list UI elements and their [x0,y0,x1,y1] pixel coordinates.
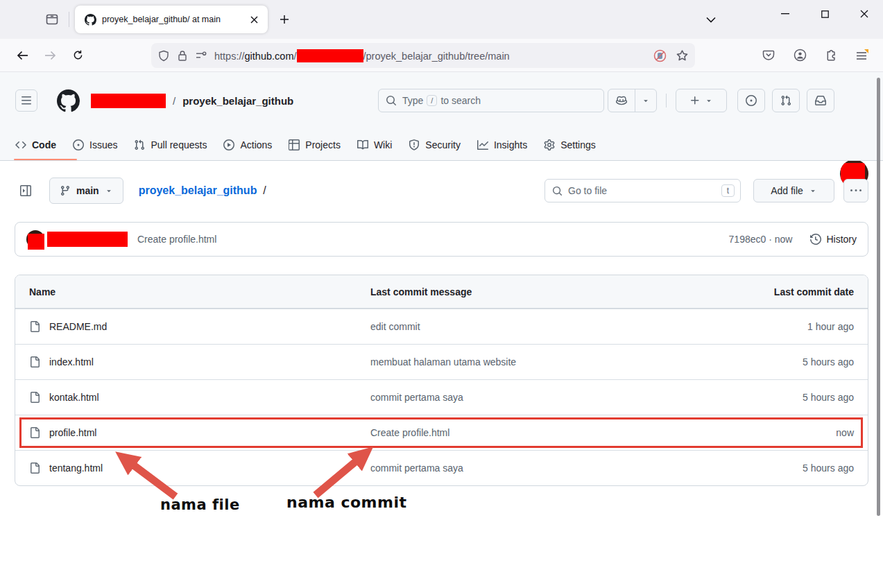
history-icon [810,234,821,245]
global-search-input[interactable]: Type / to search [378,89,604,112]
tab-insights[interactable]: Insights [470,135,534,155]
window-minimize-button[interactable] [769,0,801,28]
repo-subheader: main proyek_belajar_github / Go to file … [15,178,868,204]
commit-message-cell: edit commit [370,321,743,332]
issues-header-icon[interactable] [737,89,765,112]
expand-file-tree-icon[interactable] [15,180,37,202]
commit-date-cell: 5 hours ago [743,462,854,474]
file-table: Name Last commit message Last commit dat… [15,275,868,486]
latest-commit-bar[interactable]: Create profile.html 7198ec0 · now Histor… [15,222,868,257]
add-file-button[interactable]: Add file [753,179,834,202]
commit-message-cell: membuat halaman utama website [370,356,743,368]
file-name-link: tentang.html [49,462,103,474]
code-icon [15,139,26,150]
github-page: / proyek_belajar_github Type / to search [0,72,883,588]
create-new-button[interactable] [676,89,727,112]
gear-icon [544,139,555,150]
commit-date-cell: 1 hour ago [743,321,854,332]
git-branch-icon [60,185,71,196]
window-close-button[interactable] [848,0,880,28]
forward-icon[interactable] [39,44,61,67]
url-username-redaction [297,49,363,62]
page-scrollbar[interactable] [877,78,880,516]
commit-sha-and-time[interactable]: 7198ec0 · now [729,234,793,245]
commit-message-link[interactable]: Create profile.html [137,234,729,245]
github-logo-icon[interactable] [57,89,80,112]
table-row-profile[interactable]: profile.html Create profile.html now [15,415,868,450]
inbox-icon[interactable] [807,89,834,112]
history-link[interactable]: History [810,234,857,245]
file-name-link: kontak.html [49,392,99,403]
play-icon [223,139,234,150]
commit-author-redaction [47,232,128,247]
tab-separator [69,12,69,27]
col-header-name: Name [29,286,370,297]
t-keycap: t [721,184,735,197]
commit-author-avatar[interactable] [26,230,44,248]
copilot-button[interactable] [608,89,657,112]
file-icon [29,427,40,438]
back-icon[interactable] [11,44,33,67]
caret-down-icon [809,187,817,195]
breadcrumb-separator: / [173,95,175,107]
github-header: / proyek_belajar_github Type / to search [0,72,883,129]
tab-projects[interactable]: Projects [282,135,348,155]
tab-code[interactable]: Code [8,135,63,155]
tab-wiki[interactable]: Wiki [350,135,399,155]
tab-pull-requests[interactable]: Pull requests [127,135,214,155]
commit-avatar-redaction [28,234,44,250]
branch-name: main [76,185,99,196]
translate-blocked-icon[interactable] [653,49,667,62]
tab-actions[interactable]: Actions [216,135,279,155]
breadcrumb-repo-link[interactable]: proyek_belajar_github [139,184,257,196]
copilot-icon[interactable] [608,89,635,112]
permissions-icon[interactable] [196,51,207,60]
list-all-tabs-icon[interactable] [701,10,721,29]
col-header-message: Last commit message [370,286,743,297]
go-to-file-input[interactable]: Go to file t [545,179,741,202]
bookmark-star-icon[interactable] [676,50,688,62]
pull-requests-header-icon[interactable] [772,89,800,112]
table-row-readme[interactable]: README.md edit commit 1 hour ago [15,309,868,344]
git-pull-request-icon [134,139,145,150]
window-maximize-button[interactable] [809,0,841,28]
browser-tab-active[interactable]: proyek_belajar_github/ at main [75,6,268,33]
reload-icon[interactable] [67,44,89,67]
tab-security[interactable]: Security [402,135,468,155]
table-row-kontak[interactable]: kontak.html commit pertama saya 5 hours … [15,379,868,415]
breadcrumb: proyek_belajar_github / [139,184,266,197]
tab-title: proyek_belajar_github/ at main [102,15,247,24]
col-header-date: Last commit date [743,286,854,297]
account-icon[interactable] [789,44,811,67]
file-name-link: profile.html [49,427,96,438]
file-icon [29,356,40,368]
commit-message-cell: commit pertama saya [370,462,743,474]
tracking-protection-shield-icon[interactable] [158,50,169,62]
copilot-dropdown-icon[interactable] [635,89,656,112]
more-options-button[interactable] [843,179,868,202]
firefox-view-icon[interactable] [42,10,62,29]
global-nav-menu-icon[interactable] [15,89,37,112]
commit-date-cell: now [743,427,854,438]
table-row-index[interactable]: index.html membuat halaman utama website… [15,344,868,379]
url-text[interactable]: https://github.com//proyek_belajar_githu… [214,49,653,62]
table-row-tentang[interactable]: tentang.html commit pertama saya 5 hours… [15,450,868,485]
new-tab-button[interactable] [275,10,294,29]
username-redaction [91,94,166,108]
file-name-link: index.html [49,356,94,368]
file-icon [29,462,40,474]
tab-issues[interactable]: Issues [66,135,124,155]
breadcrumb-repo-name[interactable]: proyek_belajar_github [182,95,293,107]
github-favicon [85,14,96,26]
tab-close-icon[interactable] [247,12,261,26]
repo-nav: Code Issues Pull requests Actions Projec… [0,129,883,161]
file-icon [29,321,40,332]
url-bar[interactable]: https://github.com//proyek_belajar_githu… [151,43,695,68]
pocket-icon[interactable] [757,44,780,67]
extensions-icon[interactable] [820,44,842,67]
lock-icon[interactable] [178,50,187,62]
menu-icon[interactable] [851,44,873,67]
branch-selector-button[interactable]: main [49,178,123,204]
tab-settings[interactable]: Settings [537,135,603,155]
slash-keycap: / [427,95,437,106]
